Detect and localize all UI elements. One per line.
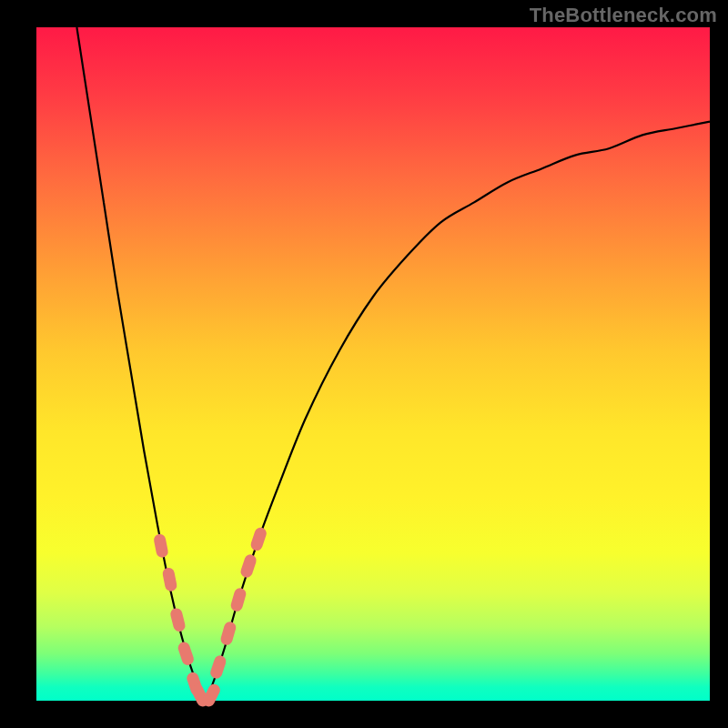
pill-marker: [249, 526, 268, 552]
chart-svg: [36, 27, 710, 701]
pill-marker: [219, 621, 238, 647]
watermark-text: TheBottleneck.com: [530, 4, 717, 27]
chart-frame: TheBottleneck.com: [0, 0, 728, 728]
pill-marker: [162, 567, 178, 592]
pill-marker: [153, 533, 169, 559]
bottleneck-curve: [76, 27, 710, 701]
pill-marker: [229, 587, 248, 613]
pill-marker: [209, 654, 228, 681]
pill-marker: [239, 553, 258, 580]
curve-markers: [153, 526, 268, 709]
pill-marker: [169, 607, 187, 632]
pill-marker: [177, 641, 196, 667]
